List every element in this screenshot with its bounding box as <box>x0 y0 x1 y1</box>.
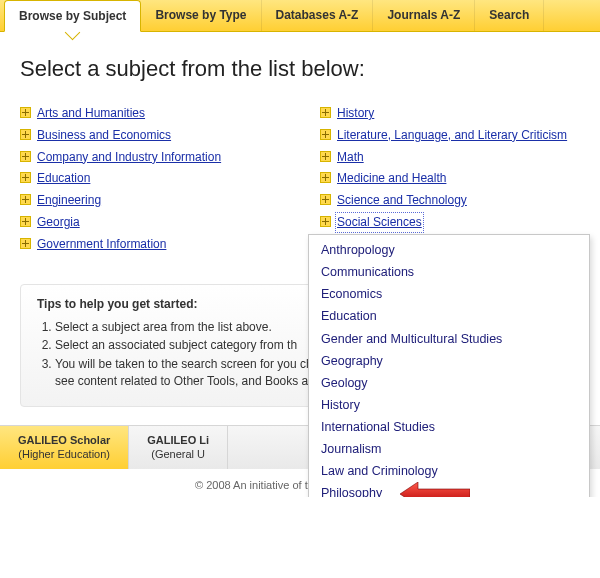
subject-item[interactable]: Education <box>20 170 280 187</box>
subject-link[interactable]: Georgia <box>37 214 80 231</box>
dropdown-item[interactable]: Anthropology <box>309 239 589 261</box>
subject-item[interactable]: Literature, Language, and Literary Criti… <box>320 127 580 144</box>
dropdown-item[interactable]: International Studies <box>309 416 589 438</box>
plus-icon <box>20 216 31 227</box>
annotation-arrow-icon <box>400 482 470 497</box>
content-area: Select a subject from the list below: Ar… <box>0 32 600 497</box>
page-title: Select a subject from the list below: <box>20 56 580 82</box>
plus-icon <box>320 194 331 205</box>
plus-icon <box>20 107 31 118</box>
plus-icon <box>20 172 31 183</box>
dropdown-item[interactable]: Law and Criminology <box>309 460 589 482</box>
subject-link[interactable]: Medicine and Health <box>337 170 446 187</box>
tab-databases-az[interactable]: Databases A-Z <box>262 0 374 31</box>
subject-item[interactable]: Engineering <box>20 192 280 209</box>
subject-item[interactable]: Math <box>320 149 580 166</box>
plus-icon <box>20 238 31 249</box>
tab-search[interactable]: Search <box>475 0 544 31</box>
subject-link[interactable]: Literature, Language, and Literary Criti… <box>337 127 567 144</box>
dropdown-item[interactable]: Journalism <box>309 438 589 460</box>
audience-label: GALILEO Li <box>147 434 209 448</box>
subject-item[interactable]: Arts and Humanities <box>20 105 280 122</box>
subject-item[interactable]: Georgia <box>20 214 280 231</box>
tab-browse-by-type[interactable]: Browse by Type <box>141 0 261 31</box>
subject-link[interactable]: Business and Economics <box>37 127 171 144</box>
subject-item[interactable]: Business and Economics <box>20 127 280 144</box>
svg-marker-0 <box>400 482 470 497</box>
subject-link[interactable]: Social Sciences <box>337 214 422 231</box>
subject-item-social-sciences[interactable]: Social Sciences <box>320 214 580 231</box>
subject-link[interactable]: Math <box>337 149 364 166</box>
subject-link[interactable]: History <box>337 105 374 122</box>
audience-sublabel: (General U <box>147 448 209 462</box>
subject-dropdown[interactable]: Anthropology Communications Economics Ed… <box>308 234 590 497</box>
tab-journals-az[interactable]: Journals A-Z <box>373 0 475 31</box>
dropdown-item[interactable]: Communications <box>309 261 589 283</box>
dropdown-item[interactable]: Gender and Multicultural Studies <box>309 328 589 350</box>
subject-item[interactable]: Company and Industry Information <box>20 149 280 166</box>
subject-link[interactable]: Arts and Humanities <box>37 105 145 122</box>
audience-sublabel: (Higher Education) <box>18 448 110 462</box>
subject-item[interactable]: Medicine and Health <box>320 170 580 187</box>
plus-icon <box>320 129 331 140</box>
main-tabs: Browse by Subject Browse by Type Databas… <box>0 0 600 32</box>
subject-link[interactable]: Science and Technology <box>337 192 467 209</box>
audience-label: GALILEO Scholar <box>18 434 110 448</box>
subject-link[interactable]: Company and Industry Information <box>37 149 221 166</box>
dropdown-item[interactable]: Geology <box>309 372 589 394</box>
dropdown-item[interactable]: History <box>309 394 589 416</box>
subject-item[interactable]: Government Information <box>20 236 280 253</box>
subject-link[interactable]: Engineering <box>37 192 101 209</box>
subject-item[interactable]: History <box>320 105 580 122</box>
footer-prefix: © 2008 An initiative of the <box>195 479 323 491</box>
plus-icon <box>320 151 331 162</box>
plus-icon <box>320 172 331 183</box>
plus-icon <box>20 151 31 162</box>
audience-library[interactable]: GALILEO Li (General U <box>129 426 228 470</box>
plus-icon <box>320 216 331 227</box>
dropdown-item[interactable]: Education <box>309 305 589 327</box>
audience-scholar[interactable]: GALILEO Scholar (Higher Education) <box>0 426 129 470</box>
tab-browse-by-subject[interactable]: Browse by Subject <box>4 0 141 32</box>
plus-icon <box>20 129 31 140</box>
plus-icon <box>320 107 331 118</box>
subject-link[interactable]: Education <box>37 170 90 187</box>
dropdown-item[interactable]: Economics <box>309 283 589 305</box>
subject-item[interactable]: Science and Technology <box>320 192 580 209</box>
subject-link[interactable]: Government Information <box>37 236 166 253</box>
subject-column-left: Arts and Humanities Business and Economi… <box>20 100 280 258</box>
plus-icon <box>20 194 31 205</box>
dropdown-item[interactable]: Geography <box>309 350 589 372</box>
